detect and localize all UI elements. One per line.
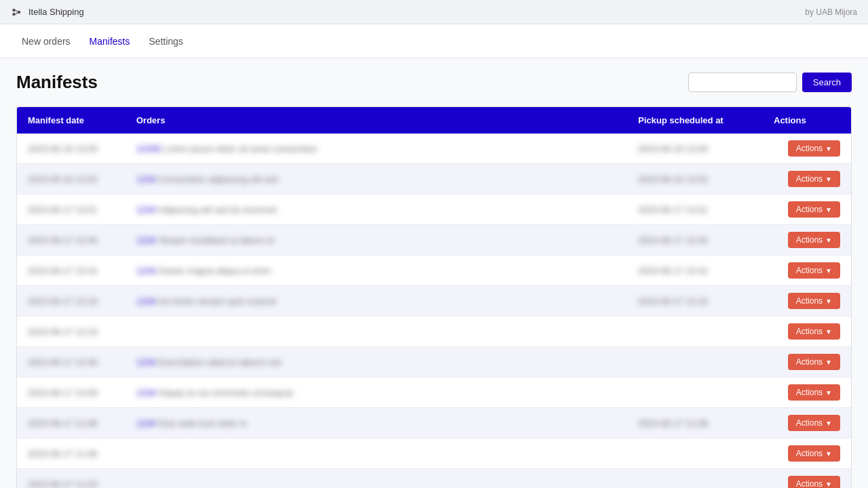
order-number[interactable]: 1234 xyxy=(136,205,158,215)
col-header-manifest-date: Manifest date xyxy=(17,107,125,134)
cell-actions: Actions ▼ xyxy=(763,317,851,347)
caret-icon: ▼ xyxy=(825,450,832,458)
table-header: Manifest date Orders Pickup scheduled at… xyxy=(17,107,851,134)
actions-button[interactable]: Actions ▼ xyxy=(788,476,840,488)
cell-pickup xyxy=(627,347,763,378)
actions-button[interactable]: Actions ▼ xyxy=(788,415,840,431)
caret-icon: ▼ xyxy=(825,206,832,214)
caret-icon: ▼ xyxy=(825,420,832,427)
actions-button[interactable]: Actions ▼ xyxy=(788,262,840,279)
actions-button[interactable]: Actions ▼ xyxy=(788,384,840,401)
cell-pickup xyxy=(627,469,763,489)
main-content: Manifests Search Manifest date Orders Pi… xyxy=(0,58,868,488)
caret-icon: ▼ xyxy=(825,176,832,183)
caret-icon: ▼ xyxy=(825,481,832,488)
cell-actions: Actions ▼ xyxy=(763,408,851,439)
cell-pickup: 2023-06-17 11:08 xyxy=(627,408,763,439)
caret-icon: ▼ xyxy=(825,359,832,366)
col-header-pickup: Pickup scheduled at xyxy=(627,107,763,134)
search-button[interactable]: Search xyxy=(802,73,852,92)
cell-manifest-date: 2023-06-17 13:42 xyxy=(17,256,125,286)
table-row: 2023-06-17 13:161234 Ad minim veniam qui… xyxy=(17,286,851,317)
cell-manifest-date: 2023-06-17 13:09 xyxy=(17,378,125,408)
topbar-by: by UAB Mijora xyxy=(805,7,857,17)
order-number[interactable]: 1234 xyxy=(136,235,158,245)
brand-name: Itella Shipping xyxy=(28,7,84,17)
cell-pickup: 2023-06-16 13:00 xyxy=(627,134,763,164)
order-number[interactable]: 1234 xyxy=(136,388,158,398)
cell-actions: Actions ▼ xyxy=(763,469,851,489)
cell-manifest-date: 2023-06-17 11:03 xyxy=(17,469,125,489)
order-number[interactable]: 1234 xyxy=(136,418,159,428)
nav-settings[interactable]: Settings xyxy=(141,32,192,51)
cell-orders: 1234 Tempor incididunt ut labore et xyxy=(125,225,627,256)
brand-icon xyxy=(11,6,23,18)
cell-actions: Actions ▼ xyxy=(763,256,851,286)
cell-actions: Actions ▼ xyxy=(763,439,851,469)
svg-point-1 xyxy=(12,12,16,16)
cell-actions: Actions ▼ xyxy=(763,134,851,164)
cell-manifest-date: 2023-06-16 13:02 xyxy=(17,164,125,195)
table-row: 2023-06-17 11:03Actions ▼ xyxy=(17,469,851,489)
cell-manifest-date: 2023-06-17 13:40 xyxy=(17,347,125,378)
table-row: 2023-06-17 13:421234 Dolore magna aliqua… xyxy=(17,256,851,286)
table-row: 2023-06-17 13:401234 Exercitation ullamc… xyxy=(17,347,851,378)
order-number[interactable]: 1234 xyxy=(136,296,158,306)
cell-actions: Actions ▼ xyxy=(763,225,851,256)
actions-button[interactable]: Actions ▼ xyxy=(788,323,840,340)
nav-manifests[interactable]: Manifests xyxy=(81,32,138,51)
search-input[interactable] xyxy=(688,73,797,92)
cell-actions: Actions ▼ xyxy=(763,347,851,378)
cell-orders xyxy=(125,317,627,347)
cell-pickup xyxy=(627,378,763,408)
table-row: 2023-06-17 13:011234 Adipiscing elit sed… xyxy=(17,195,851,225)
actions-button[interactable]: Actions ▼ xyxy=(788,232,840,248)
cell-pickup: 2023-06-17 13:16 xyxy=(627,286,763,317)
nav-new-orders[interactable]: New orders xyxy=(14,32,79,51)
cell-orders xyxy=(125,469,627,489)
cell-pickup: 2023-06-17 13:01 xyxy=(627,195,763,225)
caret-icon: ▼ xyxy=(825,237,832,244)
col-header-actions: Actions xyxy=(763,107,851,134)
cell-manifest-date: 2023-06-17 13:16 xyxy=(17,286,125,317)
svg-line-3 xyxy=(16,10,18,12)
svg-point-0 xyxy=(12,8,16,12)
order-number[interactable]: 12345 xyxy=(136,144,163,154)
cell-orders: 1234 Adipiscing elit sed do eiusmod xyxy=(125,195,627,225)
cell-manifest-date: 2023-06-17 11:06 xyxy=(17,439,125,469)
cell-pickup: 2023-06-17 13:40 xyxy=(627,225,763,256)
table-row: 2023-06-17 13:091234 Aliquip ex ea commo… xyxy=(17,378,851,408)
order-number[interactable]: 1234 xyxy=(136,266,159,276)
actions-button[interactable]: Actions ▼ xyxy=(788,445,840,462)
cell-orders xyxy=(125,439,627,469)
brand: Itella Shipping xyxy=(11,6,84,18)
actions-button[interactable]: Actions ▼ xyxy=(788,171,840,187)
actions-button[interactable]: Actions ▼ xyxy=(788,293,840,309)
order-number[interactable]: 1234 xyxy=(136,357,159,367)
search-group: Search xyxy=(688,73,852,92)
navbar: New orders Manifests Settings xyxy=(0,24,868,58)
caret-icon: ▼ xyxy=(825,389,832,396)
actions-button[interactable]: Actions ▼ xyxy=(788,140,840,157)
table-row: 2023-06-17 11:081234 Duis aute irure dol… xyxy=(17,408,851,439)
table-row: 2023-06-16 13:021234 Consectetur adipisc… xyxy=(17,164,851,195)
cell-orders: 1234 Consectetur adipiscing elit sed xyxy=(125,164,627,195)
cell-manifest-date: 2023-06-17 13:01 xyxy=(17,195,125,225)
col-header-orders: Orders xyxy=(125,107,627,134)
cell-orders: 1234 Ad minim veniam quis nostrud xyxy=(125,286,627,317)
cell-orders: 12345 Lorem ipsum dolor sit amet consect… xyxy=(125,134,627,164)
manifests-table: Manifest date Orders Pickup scheduled at… xyxy=(17,107,851,488)
cell-actions: Actions ▼ xyxy=(763,286,851,317)
actions-button[interactable]: Actions ▼ xyxy=(788,354,840,370)
cell-actions: Actions ▼ xyxy=(763,195,851,225)
svg-line-4 xyxy=(16,12,18,14)
actions-button[interactable]: Actions ▼ xyxy=(788,201,840,218)
cell-orders: 1234 Dolore magna aliqua ut enim xyxy=(125,256,627,286)
caret-icon: ▼ xyxy=(825,328,832,336)
caret-icon: ▼ xyxy=(825,145,832,152)
svg-point-2 xyxy=(18,10,21,14)
caret-icon: ▼ xyxy=(825,267,832,274)
topbar: Itella Shipping by UAB Mijora xyxy=(0,0,868,24)
order-number[interactable]: 1234 xyxy=(136,174,159,184)
page-header: Manifests Search xyxy=(16,72,852,93)
